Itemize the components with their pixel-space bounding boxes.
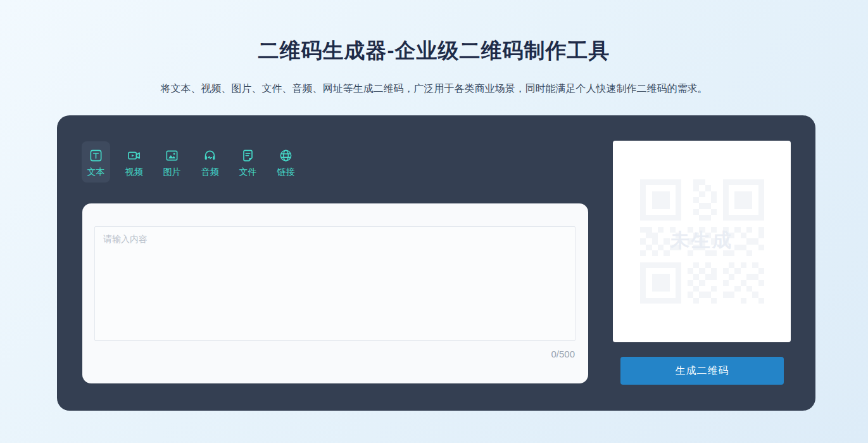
tab-file-label: 文件 <box>239 167 257 176</box>
generator-panel: 文本 视频 <box>57 115 815 411</box>
qr-status-text: 未生成 <box>613 228 791 254</box>
source-type-tabs: 文本 视频 <box>82 141 300 183</box>
text-icon <box>89 148 103 163</box>
generate-qr-button[interactable]: 生成二维码 <box>620 357 784 385</box>
file-icon <box>241 148 255 163</box>
image-icon <box>165 148 179 163</box>
tab-audio-label: 音频 <box>201 167 219 176</box>
tab-video[interactable]: 视频 <box>120 141 148 183</box>
tab-file[interactable]: 文件 <box>234 141 262 183</box>
tab-text[interactable]: 文本 <box>82 141 110 183</box>
content-input-card: 0/500 <box>82 203 588 383</box>
content-textarea[interactable] <box>94 226 576 341</box>
tab-image[interactable]: 图片 <box>158 141 186 183</box>
qr-preview-card: 未生成 <box>613 141 791 342</box>
tab-audio[interactable]: 音频 <box>196 141 224 183</box>
video-icon <box>127 148 141 163</box>
page-subtitle: 将文本、视频、图片、文件、音频、网址等生成二维码，广泛用于各类商业场景，同时能满… <box>0 82 868 96</box>
tab-text-label: 文本 <box>87 167 105 176</box>
audio-icon <box>203 148 217 163</box>
tab-image-label: 图片 <box>163 167 181 176</box>
globe-icon <box>279 148 293 163</box>
char-counter: 0/500 <box>551 349 575 359</box>
tab-link[interactable]: 链接 <box>272 141 300 183</box>
tab-link-label: 链接 <box>277 167 295 176</box>
page-title: 二维码生成器-企业级二维码制作工具 <box>0 37 868 65</box>
tab-video-label: 视频 <box>125 167 143 176</box>
qr-generator-page: 二维码生成器-企业级二维码制作工具 将文本、视频、图片、文件、音频、网址等生成二… <box>0 0 868 443</box>
